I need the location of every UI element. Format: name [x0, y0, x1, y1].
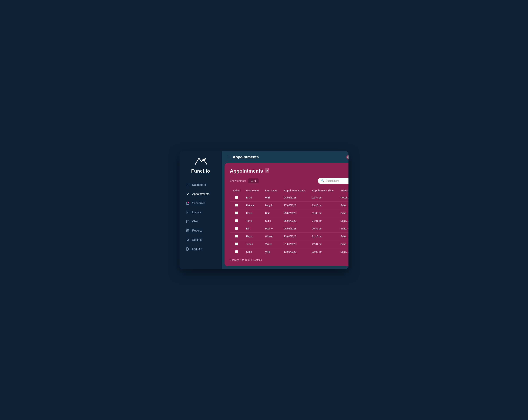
settings-icon: ⚙	[186, 238, 190, 242]
nav-list: ⊞ Dashboard ✔ Appointments + Scheduler I…	[183, 181, 218, 253]
row-last-name: Sutlo	[263, 217, 281, 225]
sidebar-item-logout[interactable]: Log Out	[183, 245, 218, 253]
table-header-row: Select First name Last name Appointment …	[230, 187, 348, 194]
row-appt-time: 22:10 pm	[309, 233, 338, 240]
row-appt-time: 12:44 pm	[309, 194, 338, 201]
appointments-icon: ✔	[186, 192, 190, 196]
row-status: Sche...	[338, 248, 348, 256]
row-status: Sche...	[338, 225, 348, 233]
row-checkbox[interactable]	[235, 250, 238, 253]
entries-badge[interactable]: 10 ⇅	[248, 178, 259, 183]
row-select-cell[interactable]	[230, 225, 243, 233]
logout-icon	[186, 247, 190, 251]
row-status: Sche...	[338, 240, 348, 248]
table-row: Rayon Willson 13/01/2023 22:10 pm Sche..…	[230, 233, 348, 240]
row-appt-date: 25/02/2023	[281, 217, 309, 225]
table-footer: Showing 1 to 10 of 11 entries	[230, 259, 348, 261]
row-select-cell[interactable]	[230, 194, 243, 201]
sidebar-item-scheduler[interactable]: + Scheduler	[183, 199, 218, 207]
svg-point-12	[188, 221, 189, 221]
search-icon: 🔍	[321, 179, 324, 183]
row-appt-date: 23/02/2023	[281, 209, 309, 217]
row-last-name: Willson	[263, 233, 281, 240]
show-entries: Show entries: 10 ⇅	[230, 178, 259, 183]
table-row: Patrica Magrik 17/02/2023 23:46 pm Sche.…	[230, 201, 348, 209]
row-last-name: Madrio	[263, 225, 281, 233]
sidebar-item-appointments[interactable]: ✔ Appointments	[183, 190, 218, 198]
row-select-cell[interactable]	[230, 240, 243, 248]
row-appt-date: 13/01/2023	[281, 233, 309, 240]
sidebar-item-label: Invoice	[192, 211, 201, 214]
scheduler-icon: +	[186, 201, 190, 205]
svg-point-11	[188, 221, 188, 221]
sidebar-item-label: Chat	[192, 220, 198, 223]
table-row: Bill Madrio 25/03/2023 05:45 am Sche...	[230, 225, 348, 233]
col-status: Status	[338, 187, 348, 194]
row-select-cell[interactable]	[230, 248, 243, 256]
sidebar: Funel.io ⊞ Dashboard ✔ Appointments + Sc…	[180, 151, 222, 269]
table-row: Seith Wills 13/01/2023 12:03 pm Sche...	[230, 248, 348, 256]
row-last-name: Bein	[263, 209, 281, 217]
row-select-cell[interactable]	[230, 233, 243, 240]
invoice-icon	[186, 210, 190, 214]
card-title-row: Appointments ✓	[230, 168, 348, 174]
sidebar-item-label: Log Out	[192, 247, 202, 251]
row-status: Sche...	[338, 233, 348, 240]
card-title: Appointments	[230, 168, 263, 174]
row-first-name: Teriun	[243, 240, 263, 248]
toggle-track	[346, 155, 348, 160]
sidebar-item-reports[interactable]: Reports	[183, 227, 218, 235]
hamburger-icon[interactable]: ☰	[227, 155, 230, 159]
row-checkbox[interactable]	[235, 204, 238, 207]
page-title: Appointments	[233, 155, 344, 159]
row-select-cell[interactable]	[230, 201, 243, 209]
col-appt-date: Appointment Date	[281, 187, 309, 194]
row-checkbox[interactable]	[235, 235, 238, 237]
row-checkbox[interactable]	[235, 227, 238, 230]
row-appt-date: 17/02/2023	[281, 201, 309, 209]
sidebar-item-label: Reports	[192, 229, 202, 232]
row-checkbox[interactable]	[235, 211, 238, 214]
row-first-name: Bill	[243, 225, 263, 233]
row-first-name: Patrica	[243, 201, 263, 209]
row-appt-time: 04:01 am	[309, 217, 338, 225]
row-first-name: Rayon	[243, 233, 263, 240]
chat-icon	[186, 220, 190, 223]
sidebar-item-label: Dashboard	[192, 183, 206, 186]
entries-count: 10	[251, 179, 253, 182]
table-controls: Show entries: 10 ⇅ 🔍 Search here	[230, 178, 348, 184]
sidebar-item-label: Appointments	[192, 192, 209, 196]
row-last-name: Viurer	[263, 240, 281, 248]
row-checkbox[interactable]	[235, 219, 238, 222]
search-box[interactable]: 🔍 Search here	[318, 178, 348, 184]
table-row: Terris Sutlo 25/02/2023 04:01 am Sche...	[230, 217, 348, 225]
row-first-name: Terris	[243, 217, 263, 225]
sidebar-item-settings[interactable]: ⚙ Settings	[183, 236, 218, 244]
show-entries-label: Show entries:	[230, 179, 246, 182]
row-last-name: Wail	[263, 194, 281, 201]
reports-icon	[186, 229, 190, 233]
row-appt-date: 24/03/2023	[281, 194, 309, 201]
row-last-name: Magrik	[263, 201, 281, 209]
svg-text:+: +	[188, 202, 189, 203]
row-checkbox[interactable]	[235, 196, 238, 199]
row-checkbox[interactable]	[235, 243, 238, 245]
row-select-cell[interactable]	[230, 217, 243, 225]
sidebar-item-label: Settings	[192, 238, 202, 241]
row-first-name: Seith	[243, 248, 263, 256]
appointments-check-icon: ✓	[265, 168, 270, 174]
table-row: Braid Wail 24/03/2023 12:44 pm Resch...	[230, 194, 348, 201]
svg-text:✓: ✓	[268, 169, 269, 170]
row-appt-date: 13/01/2023	[281, 248, 309, 256]
row-first-name: Braid	[243, 194, 263, 201]
row-appt-date: 25/03/2023	[281, 225, 309, 233]
logo-area: Funel.io	[183, 156, 218, 174]
col-last-name: Last name	[263, 187, 281, 194]
sidebar-item-invoice[interactable]: Invoice	[183, 208, 218, 216]
row-select-cell[interactable]	[230, 209, 243, 217]
toggle-switch[interactable]	[346, 155, 348, 160]
sidebar-item-dashboard[interactable]: ⊞ Dashboard	[183, 181, 218, 189]
sidebar-item-chat[interactable]: Chat	[183, 218, 218, 226]
appointments-table: Select First name Last name Appointment …	[230, 187, 348, 256]
main-content: ☰ Appointments Appointments ✓ Show entri…	[222, 151, 348, 269]
